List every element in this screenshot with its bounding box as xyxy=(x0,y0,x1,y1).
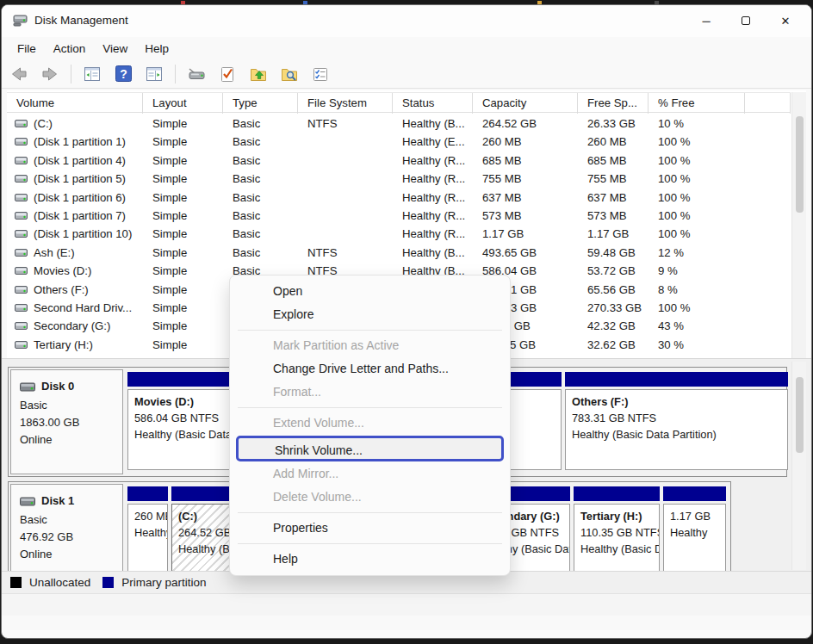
cell-volume: (Disk 1 partition 4) xyxy=(7,152,143,170)
disk-label-disk-0[interactable]: Disk 0 Basic 1863.00 GB Online xyxy=(10,369,123,474)
close-button[interactable]: ✕ xyxy=(766,5,805,36)
cell: 573 MB xyxy=(473,207,578,225)
status-bar xyxy=(2,593,811,616)
title-bar: Disk Management ─ ✕ xyxy=(2,5,811,37)
table-row[interactable]: (C:)SimpleBasicNTFSHealthy (B...264.52 G… xyxy=(7,115,791,133)
show-action-pane-button[interactable] xyxy=(144,64,164,84)
unallocated-swatch xyxy=(10,577,22,588)
cell: Simple xyxy=(143,133,223,151)
column-header-layout[interactable]: Layout xyxy=(143,93,223,114)
volume-icon xyxy=(15,211,28,220)
checklist-button[interactable] xyxy=(310,64,331,84)
cell: NTFS xyxy=(298,244,393,262)
table-row[interactable]: (Disk 1 partition 6)SimpleBasicHealthy (… xyxy=(7,189,791,207)
menu-action[interactable]: Action xyxy=(45,40,95,58)
table-row[interactable]: (Disk 1 partition 1)SimpleBasicHealthy (… xyxy=(7,133,791,151)
scrollbar-thumb[interactable] xyxy=(796,116,804,213)
cell: 1.17 GB xyxy=(473,225,578,243)
table-row[interactable]: (Disk 1 partition 4)SimpleBasicHealthy (… xyxy=(7,152,791,170)
table-header: VolumeLayoutTypeFile SystemStatusCapacit… xyxy=(7,92,791,113)
menu-view[interactable]: View xyxy=(94,40,136,58)
menu-item-properties[interactable]: Properties xyxy=(230,517,510,540)
properties-check-button[interactable] xyxy=(217,64,238,84)
volume-icon xyxy=(15,119,28,128)
show-console-tree-button[interactable] xyxy=(82,64,102,84)
menu-item-change-drive-letter-and-paths[interactable]: Change Drive Letter and Paths... xyxy=(230,357,510,381)
menu-item-help[interactable]: Help xyxy=(230,548,510,571)
folder-search-icon xyxy=(280,65,299,84)
column-header-free-sp[interactable]: Free Sp... xyxy=(578,93,649,114)
cell-volume: (Disk 1 partition 7) xyxy=(7,207,143,225)
column-header-free[interactable]: % Free xyxy=(649,93,745,114)
menu-item-extend-volume: Extend Volume... xyxy=(230,412,510,435)
cell: Simple xyxy=(143,336,223,354)
partition[interactable]: 1.17 GB Healthy xyxy=(663,486,726,580)
cell: Basic xyxy=(223,244,298,262)
disk-tool-icon xyxy=(186,65,207,84)
volume-icon xyxy=(15,193,28,202)
cell: Healthy (B... xyxy=(393,115,473,133)
app-icon xyxy=(13,14,28,30)
volume-icon xyxy=(15,340,28,350)
table-row[interactable]: (Disk 1 partition 7)SimpleBasicHealthy (… xyxy=(7,207,791,225)
cell: Simple xyxy=(143,244,223,262)
menu-item-explore[interactable]: Explore xyxy=(230,303,510,326)
menu-item-add-mirror: Add Mirror... xyxy=(230,462,510,486)
legend-label: Primary partition xyxy=(121,576,206,589)
cell: 264.52 GB xyxy=(473,115,578,133)
cell: 100 % xyxy=(649,152,745,170)
cell: Simple xyxy=(143,317,223,335)
cell: Simple xyxy=(143,225,223,243)
menu-item-open[interactable]: Open xyxy=(230,280,510,303)
cell: Simple xyxy=(143,299,223,317)
folder-search-button[interactable] xyxy=(279,64,300,84)
maximize-button[interactable] xyxy=(726,5,766,36)
cell: Basic xyxy=(223,225,298,243)
cell: Basic xyxy=(223,207,298,225)
column-header-type[interactable]: Type xyxy=(223,93,298,114)
disk-tool-button[interactable] xyxy=(186,64,207,84)
primary-partition-bar xyxy=(663,486,726,501)
cell: 100 % xyxy=(649,299,745,317)
partition-others-f[interactable]: Others (F:) 783.31 GB NTFS Healthy (Basi… xyxy=(565,372,788,470)
column-header-volume[interactable]: Volume xyxy=(7,93,143,114)
cell: 26.33 GB xyxy=(578,115,649,133)
cell: 59.48 GB xyxy=(578,244,649,262)
partition[interactable]: 260 MB Healthy (EFI System Partition) xyxy=(127,486,168,580)
disk-pane-scrollbar[interactable] xyxy=(791,362,806,570)
table-row[interactable]: (Disk 1 partition 5)SimpleBasicHealthy (… xyxy=(7,170,791,188)
cell: Basic xyxy=(223,133,298,151)
cell: 755 MB xyxy=(473,170,578,188)
context-menu: OpenExploreMark Partition as ActiveChang… xyxy=(229,275,511,576)
menu-separator xyxy=(238,543,502,544)
cell: 100 % xyxy=(649,170,745,188)
legend-primary-partition: Primary partition xyxy=(102,576,206,589)
cell-volume: (Disk 1 partition 6) xyxy=(7,189,143,207)
menu-help[interactable]: Help xyxy=(136,40,177,58)
menu-item-shrink-volume[interactable]: Shrink Volume... xyxy=(236,436,504,461)
help-button[interactable]: ? xyxy=(113,64,133,84)
minimize-icon: ─ xyxy=(702,15,710,28)
partition-tertiary-h[interactable]: Tertiary (H:) 110.35 GB NTFS Healthy (Ba… xyxy=(574,486,660,580)
cell-volume: Second Hard Driv... xyxy=(7,299,143,317)
column-header-file-system[interactable]: File System xyxy=(298,93,393,114)
cell-volume: (C:) xyxy=(7,115,143,133)
table-row[interactable]: Ash (E:)SimpleBasicNTFSHealthy (B...493.… xyxy=(7,244,791,262)
folder-up-button[interactable] xyxy=(248,64,269,84)
cell: Healthy (R... xyxy=(393,225,473,243)
column-header-capacity[interactable]: Capacity xyxy=(473,93,578,114)
forward-button[interactable] xyxy=(40,64,60,84)
back-button[interactable] xyxy=(9,64,29,84)
table-scrollbar[interactable] xyxy=(791,92,806,358)
menu-file[interactable]: File xyxy=(9,40,45,58)
table-row[interactable]: (Disk 1 partition 10)SimpleBasicHealthy … xyxy=(7,225,791,243)
column-header-status[interactable]: Status xyxy=(393,93,473,114)
column-header-filler[interactable] xyxy=(745,93,791,114)
minimize-button[interactable]: ─ xyxy=(686,5,726,36)
cell: 1.17 GB xyxy=(578,225,649,243)
disk-label-disk-1[interactable]: Disk 1 Basic 476.92 GB Online xyxy=(10,484,123,585)
disk-status: Online xyxy=(20,546,114,563)
disk-size: 476.92 GB xyxy=(20,529,114,546)
cell: Healthy (B... xyxy=(393,244,473,262)
scrollbar-thumb[interactable] xyxy=(796,377,804,453)
